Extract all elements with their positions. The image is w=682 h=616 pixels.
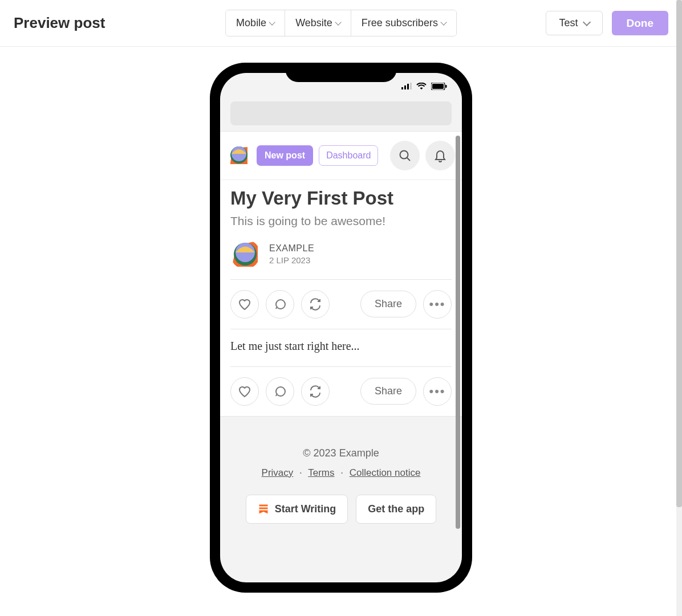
audience-label: Free subscribers — [362, 17, 438, 29]
svg-rect-5 — [432, 84, 444, 89]
share-button[interactable]: Share — [360, 378, 416, 405]
wifi-icon — [416, 83, 427, 90]
phone-scrollbar-thumb[interactable] — [456, 136, 460, 529]
dashboard-button[interactable]: Dashboard — [319, 145, 378, 166]
action-row-bottom: Share ••• — [220, 367, 462, 416]
author-avatar[interactable] — [230, 239, 260, 269]
start-writing-label: Start Writing — [275, 503, 336, 515]
search-button[interactable] — [390, 141, 420, 170]
get-app-label: Get the app — [368, 503, 424, 515]
author-name: EXAMPLE — [269, 243, 314, 254]
author-meta: EXAMPLE 2 LIP 2023 — [269, 243, 314, 265]
topbar: Preview post Mobile Website Free subscri… — [0, 0, 682, 47]
page-scrollbar-thumb[interactable] — [676, 0, 682, 507]
substack-icon — [258, 503, 269, 515]
collection-notice-link[interactable]: Collection notice — [350, 467, 421, 478]
svg-rect-1 — [404, 85, 406, 89]
more-button[interactable]: ••• — [423, 377, 452, 406]
website-dropdown[interactable]: Website — [285, 10, 351, 36]
comment-button[interactable] — [266, 377, 294, 406]
right-controls: Test Done — [546, 11, 668, 35]
more-button[interactable]: ••• — [423, 290, 452, 319]
heart-icon — [238, 297, 251, 311]
new-post-button[interactable]: New post — [257, 145, 313, 166]
preview-stage: New post Dashboard My Very First Post Th… — [0, 47, 682, 593]
restack-button[interactable] — [301, 290, 330, 319]
like-button[interactable] — [230, 290, 259, 319]
chevron-down-icon — [440, 19, 446, 25]
svg-rect-0 — [401, 87, 403, 89]
svg-rect-6 — [445, 85, 447, 88]
restack-icon — [308, 385, 322, 398]
notifications-button[interactable] — [425, 141, 455, 170]
phone-footer: © 2023 Example Privacy · Terms · Collect… — [220, 417, 462, 539]
chevron-down-icon — [582, 18, 590, 26]
phone-frame: New post Dashboard My Very First Post Th… — [210, 63, 472, 593]
phone-notch — [286, 63, 397, 82]
website-label: Website — [295, 17, 332, 29]
start-writing-button[interactable]: Start Writing — [246, 495, 348, 524]
post-content: Let me just start right here... — [220, 329, 462, 366]
post-toolbar: New post Dashboard — [220, 132, 462, 180]
chevron-down-icon — [335, 19, 341, 25]
restack-icon — [308, 297, 322, 311]
page-title: Preview post — [14, 14, 105, 32]
comment-icon — [273, 297, 287, 311]
signal-icon — [401, 83, 412, 89]
svg-rect-16 — [259, 508, 267, 509]
post-subtitle: This is going to be awesome! — [230, 214, 452, 228]
test-label: Test — [559, 17, 578, 29]
footer-buttons: Start Writing Get the app — [232, 495, 450, 524]
mobile-dropdown[interactable]: Mobile — [226, 10, 285, 36]
url-bar-placeholder — [230, 101, 452, 125]
audience-dropdown[interactable]: Free subscribers — [351, 10, 456, 36]
preview-mode-controls: Mobile Website Free subscribers — [225, 10, 457, 36]
comment-button[interactable] — [266, 290, 294, 319]
search-icon — [398, 149, 412, 162]
terms-link[interactable]: Terms — [308, 467, 334, 478]
more-icon: ••• — [429, 297, 445, 312]
segmented-control: Mobile Website Free subscribers — [225, 10, 457, 36]
privacy-link[interactable]: Privacy — [262, 467, 294, 478]
author-row: EXAMPLE 2 LIP 2023 — [230, 239, 452, 269]
battery-icon — [431, 83, 447, 90]
chevron-down-icon — [269, 19, 275, 25]
svg-rect-2 — [407, 84, 409, 89]
share-button[interactable]: Share — [360, 291, 416, 317]
post-title: My Very First Post — [230, 187, 452, 210]
done-button[interactable]: Done — [612, 11, 669, 35]
test-dropdown[interactable]: Test — [546, 11, 602, 35]
svg-point-10 — [400, 151, 408, 159]
heart-icon — [238, 385, 251, 398]
svg-rect-15 — [259, 505, 267, 507]
more-icon: ••• — [429, 384, 445, 399]
phone-screen: New post Dashboard My Very First Post Th… — [220, 73, 462, 582]
svg-line-11 — [407, 158, 411, 161]
publication-avatar[interactable] — [227, 144, 251, 168]
post-date: 2 LIP 2023 — [269, 255, 314, 265]
bell-icon — [434, 149, 446, 162]
post-card: New post Dashboard My Very First Post Th… — [220, 131, 462, 417]
action-row-top: Share ••• — [220, 280, 462, 329]
page-scrollbar-track — [676, 0, 682, 616]
mobile-label: Mobile — [236, 17, 266, 29]
comment-icon — [273, 385, 287, 398]
post-body: My Very First Post This is going to be a… — [220, 180, 462, 269]
restack-button[interactable] — [301, 377, 330, 406]
separator-dot: · — [299, 467, 302, 479]
get-app-button[interactable]: Get the app — [356, 495, 436, 524]
footer-links: Privacy · Terms · Collection notice — [232, 467, 450, 479]
separator-dot: · — [340, 467, 343, 479]
like-button[interactable] — [230, 377, 259, 406]
copyright: © 2023 Example — [232, 447, 450, 459]
svg-rect-3 — [410, 83, 412, 89]
